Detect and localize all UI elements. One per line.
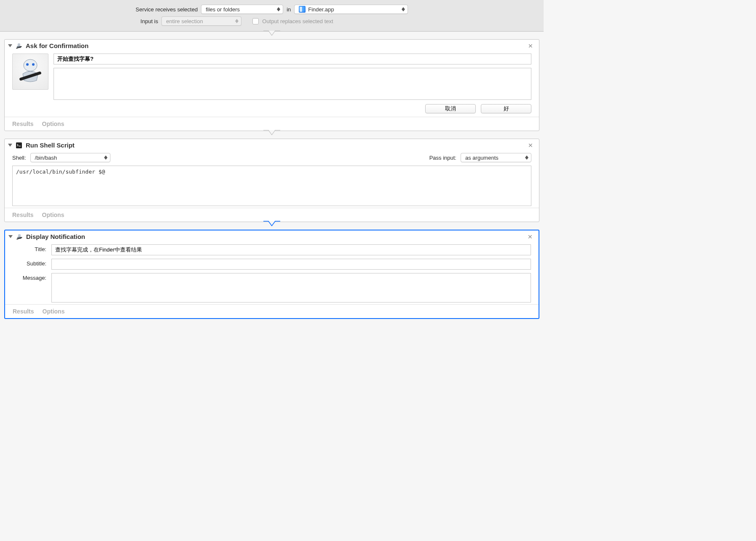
pass-input-label: Pass input: [429,155,456,161]
results-tab[interactable]: Results [12,212,34,218]
notification-message-label: Message: [13,273,46,281]
automator-robot-icon [12,54,48,90]
notification-subtitle-input[interactable] [51,259,531,270]
select-stepper-icon [234,18,240,24]
notification-title-label: Title: [13,244,46,252]
options-tab[interactable]: Options [42,212,64,218]
svg-point-5 [32,63,35,66]
input-is-select: entire selection [161,16,241,26]
remove-action-button[interactable]: ✕ [526,233,534,240]
in-label: in [287,6,291,13]
shell-select[interactable]: /bin/bash [30,153,110,162]
svg-point-3 [24,59,37,71]
output-replaces-checkbox [252,18,259,24]
disclosure-triangle-icon[interactable] [8,144,12,147]
shell-label: Shell: [12,155,26,161]
application-select-value: Finder.app [308,6,334,13]
options-tab[interactable]: Options [43,308,65,315]
workflow-connector [0,31,544,39]
shell-script-editor[interactable]: /usr/local/bin/subfinder $@ [12,166,531,206]
results-tab[interactable]: Results [12,121,34,127]
receives-select[interactable]: files or folders [201,5,283,14]
workflow-connector [0,130,544,139]
select-stepper-icon [276,6,281,13]
input-is-label: Input is [140,18,158,24]
remove-action-button[interactable]: ✕ [526,43,535,49]
receives-select-value: files or folders [206,6,240,13]
svg-rect-7 [16,142,22,148]
action-run-shell-script[interactable]: Run Shell Script ✕ Shell: /bin/bash Pass… [4,139,539,222]
select-stepper-icon [103,154,109,161]
ok-button[interactable]: 好 [481,104,531,113]
receives-label: Service receives selected [136,6,198,13]
application-select[interactable]: Finder.app [294,5,408,14]
action-title: Run Shell Script [26,142,75,149]
svg-point-0 [18,43,20,46]
action-title: Ask for Confirmation [26,42,88,49]
service-config-bar: Service receives selected files or folde… [0,0,544,32]
automator-action-icon [16,233,23,240]
workflow-connector [0,221,544,230]
select-stepper-icon [524,154,530,161]
action-ask-for-confirmation[interactable]: Ask for Confirmation ✕ 取消 好 Results [4,39,539,131]
shell-select-value: /bin/bash [35,155,57,161]
confirmation-prompt-input[interactable] [54,54,531,64]
output-replaces-label: Output replaces selected text [262,18,333,24]
options-tab[interactable]: Options [42,121,64,127]
notification-message-input[interactable] [51,273,531,303]
svg-point-4 [26,63,29,66]
svg-point-9 [18,234,21,236]
finder-icon [299,6,306,13]
disclosure-triangle-icon[interactable] [8,44,12,47]
automator-action-icon [16,43,22,49]
svg-rect-8 [19,146,21,146]
action-display-notification[interactable]: Display Notification ✕ Title: Subtitle: … [4,230,539,319]
disclosure-triangle-icon[interactable] [8,235,13,238]
notification-title-input[interactable] [51,244,531,255]
results-tab[interactable]: Results [13,308,34,315]
action-title: Display Notification [26,233,85,240]
remove-action-button[interactable]: ✕ [526,142,535,149]
select-stepper-icon [400,6,406,13]
confirmation-details-input[interactable] [54,68,531,100]
cancel-button[interactable]: 取消 [425,104,476,113]
pass-input-select[interactable]: as arguments [461,153,531,162]
input-is-select-value: entire selection [166,18,203,24]
notification-subtitle-label: Subtitle: [13,259,46,267]
pass-input-select-value: as arguments [465,155,499,161]
terminal-icon [16,142,22,149]
